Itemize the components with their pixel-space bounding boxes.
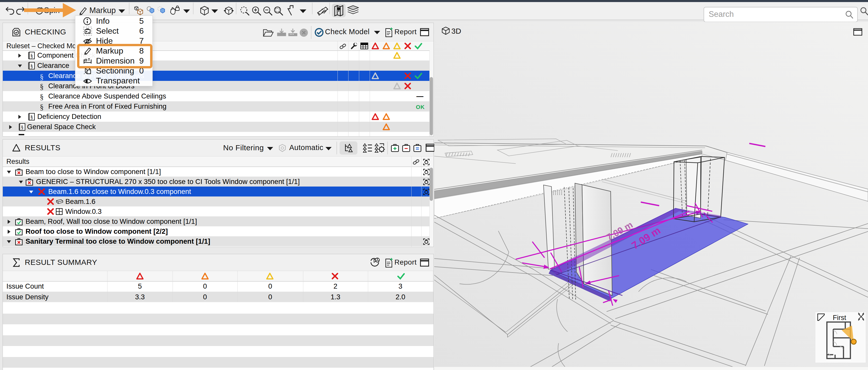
svg-text:§: §	[30, 114, 33, 120]
svg-text:§: §	[30, 53, 33, 59]
svg-text:3D: 3D	[452, 27, 461, 35]
svg-text:§: §	[30, 63, 33, 69]
svg-text:First: First	[833, 314, 846, 322]
svg-text:§: §	[21, 124, 24, 130]
